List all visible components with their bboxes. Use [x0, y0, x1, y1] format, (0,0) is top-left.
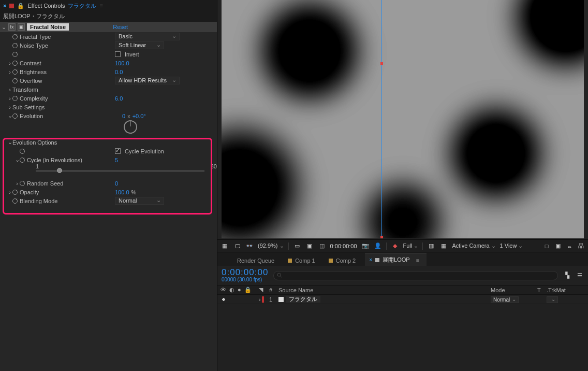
contrast-value[interactable]: 100.0	[115, 60, 129, 66]
mode-column[interactable]: Mode	[491, 287, 537, 293]
stopwatch-icon[interactable]	[20, 149, 25, 154]
param-evolution-options[interactable]: ⌄ Evolution Options	[7, 138, 217, 147]
stopwatch-icon[interactable]	[12, 78, 18, 83]
collapse-icon[interactable]: ⌄	[1, 24, 6, 31]
complexity-value[interactable]: 6.0	[115, 95, 123, 102]
t-column[interactable]: T	[537, 287, 547, 293]
stopwatch-icon[interactable]	[20, 158, 25, 163]
resolution-dropdown[interactable]: Full	[403, 242, 419, 249]
guides-icon[interactable]: ▦	[439, 242, 448, 250]
overflow-select[interactable]: Allow HDR Results	[115, 77, 180, 84]
lock-column-icon[interactable]: 🔒	[244, 287, 252, 293]
stopwatch-icon[interactable]	[20, 181, 25, 186]
timeline-layer-row[interactable]: › 1 フラクタル Normal	[217, 295, 588, 304]
snapshot-icon[interactable]: 📷	[361, 242, 370, 250]
stopwatch-icon[interactable]	[12, 52, 18, 57]
evolution-dial[interactable]	[124, 120, 137, 134]
cycle-rev-value[interactable]: 5	[115, 157, 118, 163]
camera-dropdown[interactable]: Active Camera	[452, 242, 495, 249]
close-panel-button[interactable]: ×	[3, 3, 6, 9]
noise-type-select[interactable]: Soft Linear	[115, 41, 164, 49]
monitor-icon[interactable]: 🖵	[233, 242, 241, 250]
layer-name[interactable]: フラクタル	[286, 296, 320, 303]
eye-column-icon[interactable]: 👁	[220, 287, 226, 293]
layer-mode-select[interactable]: Normal	[491, 296, 519, 303]
composition-mini-flowchart-icon[interactable]: ▝▖	[563, 272, 571, 280]
timeline-icon[interactable]: ⏛	[565, 242, 574, 250]
draft-3d-icon[interactable]: ☰	[576, 272, 584, 280]
cycle-rev-slider[interactable]: 1 30	[7, 164, 217, 179]
twirl-icon[interactable]: ⌄	[14, 156, 20, 163]
panel-menu-icon[interactable]: ≡	[99, 3, 102, 9]
toggle-mask-icon[interactable]: 👓	[245, 242, 254, 250]
stopwatch-icon[interactable]	[12, 61, 18, 66]
tab-active-comp[interactable]: ×展開LOOP≡	[365, 253, 427, 266]
twirl-icon[interactable]: ›	[7, 60, 12, 66]
panel-layer-name[interactable]: フラクタル	[68, 2, 96, 10]
magnification-icon[interactable]: ▦	[220, 242, 229, 250]
grid-icon[interactable]: ▥	[427, 242, 435, 250]
flowchart-icon[interactable]: 品	[577, 242, 585, 250]
slider-thumb[interactable]	[57, 168, 62, 173]
stopwatch-icon[interactable]	[12, 34, 18, 39]
brightness-value[interactable]: 0.0	[115, 69, 123, 75]
stopwatch-icon[interactable]	[12, 198, 18, 204]
lock-icon[interactable]: 🔒	[17, 3, 24, 9]
audio-column-icon[interactable]: ◐	[229, 287, 234, 293]
current-timecode[interactable]: 0:00:00:00	[222, 268, 268, 277]
invert-checkbox[interactable]	[115, 51, 121, 57]
effect-header[interactable]: ⌄ fx ▣ Fractal Noise Reset	[0, 22, 217, 32]
current-time[interactable]: 0:00:00:00	[330, 243, 357, 249]
twirl-icon[interactable]: ›	[14, 180, 20, 187]
cycle-evolution-checkbox[interactable]	[115, 148, 121, 154]
transparency-grid-icon[interactable]: ▣	[305, 242, 314, 250]
layer-bounding-box[interactable]	[382, 0, 584, 238]
tab-comp-2[interactable]: Comp 2	[325, 255, 363, 266]
twirl-icon[interactable]: ⌄	[7, 112, 12, 119]
zoom-dropdown[interactable]: (92.9%)	[258, 242, 284, 249]
composition-viewer[interactable]	[217, 0, 588, 239]
evolution-rev-value[interactable]: 0	[122, 113, 125, 119]
fast-preview-icon[interactable]: ▣	[554, 242, 562, 250]
twirl-icon[interactable]: ›	[7, 95, 12, 102]
views-dropdown[interactable]: 1 View	[500, 242, 523, 249]
show-snapshot-icon[interactable]: 👤	[374, 242, 382, 250]
twirl-icon[interactable]: ›	[7, 69, 12, 75]
fx-preset-button[interactable]: ▣	[18, 23, 25, 31]
layer-handle[interactable]	[380, 236, 383, 238]
source-name-column[interactable]: Source Name	[275, 287, 491, 293]
layer-handle[interactable]	[380, 62, 383, 65]
resolution-icon[interactable]: ▭	[293, 242, 301, 250]
fx-enable-button[interactable]: fx	[8, 23, 16, 31]
layer-twirl-icon[interactable]: ›	[259, 296, 261, 303]
stopwatch-icon[interactable]	[12, 113, 18, 119]
trkmat-column[interactable]: .TrkMat	[547, 287, 588, 293]
pixel-aspect-icon[interactable]: □	[542, 242, 551, 250]
fractal-type-select[interactable]: Basic	[115, 33, 180, 40]
roi-icon[interactable]: ◫	[318, 242, 326, 250]
opacity-value[interactable]: 100.0	[115, 189, 129, 195]
twirl-icon[interactable]: ›	[7, 104, 12, 110]
reset-link[interactable]: Reset	[113, 24, 128, 30]
channel-red-icon[interactable]: ◆	[391, 242, 399, 250]
stopwatch-icon[interactable]	[12, 69, 18, 75]
layer-trkmat-select[interactable]	[547, 296, 558, 303]
twirl-icon[interactable]: ›	[7, 87, 12, 93]
param-transform[interactable]: › Transform	[7, 85, 217, 94]
solo-column-icon[interactable]: ●	[238, 287, 241, 293]
stopwatch-icon[interactable]	[12, 96, 18, 101]
twirl-icon[interactable]: ›	[7, 189, 12, 195]
label-column-icon[interactable]: ◥	[259, 287, 263, 293]
number-column[interactable]: #	[266, 287, 275, 293]
blending-mode-select[interactable]: Normal	[115, 197, 164, 205]
random-seed-value[interactable]: 0	[115, 180, 118, 187]
tab-comp-1[interactable]: Comp 1	[284, 255, 322, 266]
layer-color-swatch[interactable]	[262, 296, 264, 303]
preview-content[interactable]	[222, 0, 584, 238]
stopwatch-icon[interactable]	[12, 43, 18, 48]
stopwatch-icon[interactable]	[12, 190, 18, 195]
evolution-deg-value[interactable]: +0.0	[133, 113, 146, 119]
param-sub-settings[interactable]: › Sub Settings	[7, 103, 217, 111]
slider-track[interactable]	[36, 170, 204, 172]
eye-toggle[interactable]	[220, 296, 227, 303]
